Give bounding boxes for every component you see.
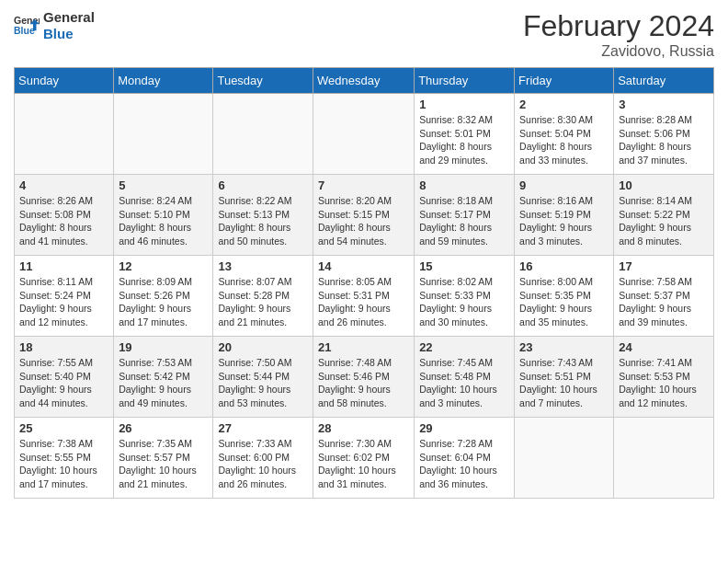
calendar-cell: 23Sunrise: 7:43 AMSunset: 5:51 PMDayligh…: [515, 337, 614, 418]
weekday-header-wednesday: Wednesday: [313, 68, 415, 94]
day-number: 6: [218, 178, 308, 192]
calendar-cell: 7Sunrise: 8:20 AMSunset: 5:15 PMDaylight…: [313, 175, 415, 256]
day-number: 7: [318, 178, 409, 192]
day-number: 27: [218, 421, 308, 435]
day-info: Sunrise: 8:14 AMSunset: 5:22 PMDaylight:…: [619, 194, 709, 248]
calendar-cell: 2Sunrise: 8:30 AMSunset: 5:04 PMDaylight…: [515, 94, 614, 175]
calendar-cell: [515, 418, 614, 499]
day-number: 21: [318, 340, 409, 354]
day-number: 16: [519, 259, 609, 273]
svg-text:Blue: Blue: [14, 25, 35, 36]
day-number: 13: [218, 259, 308, 273]
day-number: 11: [19, 259, 108, 273]
calendar-cell: [313, 94, 415, 175]
calendar-cell: [114, 94, 213, 175]
calendar-cell: 8Sunrise: 8:18 AMSunset: 5:17 PMDaylight…: [415, 175, 515, 256]
day-number: 14: [318, 259, 409, 273]
weekday-header-tuesday: Tuesday: [213, 68, 313, 94]
logo: General Blue General Blue: [14, 9, 95, 42]
calendar-cell: [213, 94, 313, 175]
calendar-cell: [614, 418, 714, 499]
day-info: Sunrise: 8:02 AMSunset: 5:33 PMDaylight:…: [419, 275, 509, 329]
main-container: General Blue General Blue February 2024 …: [0, 0, 728, 508]
day-number: 8: [419, 178, 509, 192]
calendar-cell: 12Sunrise: 8:09 AMSunset: 5:26 PMDayligh…: [114, 256, 213, 337]
calendar-cell: 10Sunrise: 8:14 AMSunset: 5:22 PMDayligh…: [614, 175, 714, 256]
calendar-cell: [15, 94, 114, 175]
calendar-cell: 20Sunrise: 7:50 AMSunset: 5:44 PMDayligh…: [213, 337, 313, 418]
day-number: 10: [619, 178, 709, 192]
calendar-week-row: 18Sunrise: 7:55 AMSunset: 5:40 PMDayligh…: [15, 337, 714, 418]
weekday-header-row: SundayMondayTuesdayWednesdayThursdayFrid…: [15, 68, 714, 94]
day-info: Sunrise: 8:28 AMSunset: 5:06 PMDaylight:…: [619, 113, 709, 167]
calendar-cell: 24Sunrise: 7:41 AMSunset: 5:53 PMDayligh…: [614, 337, 714, 418]
calendar-cell: 9Sunrise: 8:16 AMSunset: 5:19 PMDaylight…: [515, 175, 614, 256]
header: General Blue General Blue February 2024 …: [14, 9, 714, 60]
day-number: 17: [619, 259, 709, 273]
day-info: Sunrise: 7:28 AMSunset: 6:04 PMDaylight:…: [419, 437, 509, 491]
day-number: 29: [419, 421, 509, 435]
calendar-week-row: 25Sunrise: 7:38 AMSunset: 5:55 PMDayligh…: [15, 418, 714, 499]
calendar-cell: 3Sunrise: 8:28 AMSunset: 5:06 PMDaylight…: [614, 94, 714, 175]
calendar-cell: 1Sunrise: 8:32 AMSunset: 5:01 PMDaylight…: [415, 94, 515, 175]
day-number: 2: [519, 98, 609, 111]
day-info: Sunrise: 7:58 AMSunset: 5:37 PMDaylight:…: [619, 275, 709, 329]
calendar-cell: 6Sunrise: 8:22 AMSunset: 5:13 PMDaylight…: [213, 175, 313, 256]
day-number: 25: [19, 421, 108, 435]
day-number: 12: [119, 259, 208, 273]
calendar-cell: 27Sunrise: 7:33 AMSunset: 6:00 PMDayligh…: [213, 418, 313, 499]
day-info: Sunrise: 7:38 AMSunset: 5:55 PMDaylight:…: [19, 437, 108, 491]
day-info: Sunrise: 7:35 AMSunset: 5:57 PMDaylight:…: [119, 437, 208, 491]
calendar-cell: 22Sunrise: 7:45 AMSunset: 5:48 PMDayligh…: [415, 337, 515, 418]
calendar-cell: 19Sunrise: 7:53 AMSunset: 5:42 PMDayligh…: [114, 337, 213, 418]
calendar-cell: 29Sunrise: 7:28 AMSunset: 6:04 PMDayligh…: [415, 418, 515, 499]
day-info: Sunrise: 8:07 AMSunset: 5:28 PMDaylight:…: [218, 275, 308, 329]
calendar-cell: 16Sunrise: 8:00 AMSunset: 5:35 PMDayligh…: [515, 256, 614, 337]
calendar-cell: 11Sunrise: 8:11 AMSunset: 5:24 PMDayligh…: [15, 256, 114, 337]
calendar-cell: 14Sunrise: 8:05 AMSunset: 5:31 PMDayligh…: [313, 256, 415, 337]
day-number: 26: [119, 421, 208, 435]
day-info: Sunrise: 8:00 AMSunset: 5:35 PMDaylight:…: [519, 275, 609, 329]
calendar-table: SundayMondayTuesdayWednesdayThursdayFrid…: [14, 67, 714, 499]
day-info: Sunrise: 7:30 AMSunset: 6:02 PMDaylight:…: [318, 437, 409, 491]
day-info: Sunrise: 8:16 AMSunset: 5:19 PMDaylight:…: [519, 194, 609, 248]
calendar-week-row: 1Sunrise: 8:32 AMSunset: 5:01 PMDaylight…: [15, 94, 714, 175]
day-info: Sunrise: 8:22 AMSunset: 5:13 PMDaylight:…: [218, 194, 308, 248]
calendar-week-row: 11Sunrise: 8:11 AMSunset: 5:24 PMDayligh…: [15, 256, 714, 337]
logo-icon: General Blue: [14, 13, 40, 39]
day-info: Sunrise: 8:26 AMSunset: 5:08 PMDaylight:…: [19, 194, 108, 248]
day-info: Sunrise: 8:18 AMSunset: 5:17 PMDaylight:…: [419, 194, 509, 248]
title-block: February 2024 Zavidovo, Russia: [523, 9, 714, 60]
weekday-header-sunday: Sunday: [15, 68, 114, 94]
day-number: 4: [19, 178, 108, 192]
day-info: Sunrise: 8:30 AMSunset: 5:04 PMDaylight:…: [519, 113, 609, 167]
day-info: Sunrise: 7:41 AMSunset: 5:53 PMDaylight:…: [619, 356, 709, 410]
day-number: 15: [419, 259, 509, 273]
day-number: 18: [19, 340, 108, 354]
day-number: 24: [619, 340, 709, 354]
calendar-cell: 17Sunrise: 7:58 AMSunset: 5:37 PMDayligh…: [614, 256, 714, 337]
day-info: Sunrise: 8:32 AMSunset: 5:01 PMDaylight:…: [419, 113, 509, 167]
day-info: Sunrise: 8:05 AMSunset: 5:31 PMDaylight:…: [318, 275, 409, 329]
weekday-header-friday: Friday: [515, 68, 614, 94]
month-title: February 2024: [523, 9, 714, 43]
day-number: 20: [218, 340, 308, 354]
day-info: Sunrise: 7:33 AMSunset: 6:00 PMDaylight:…: [218, 437, 308, 491]
day-info: Sunrise: 8:11 AMSunset: 5:24 PMDaylight:…: [19, 275, 108, 329]
weekday-header-thursday: Thursday: [415, 68, 515, 94]
day-number: 5: [119, 178, 208, 192]
day-number: 19: [119, 340, 208, 354]
calendar-cell: 25Sunrise: 7:38 AMSunset: 5:55 PMDayligh…: [15, 418, 114, 499]
calendar-cell: 28Sunrise: 7:30 AMSunset: 6:02 PMDayligh…: [313, 418, 415, 499]
day-info: Sunrise: 7:50 AMSunset: 5:44 PMDaylight:…: [218, 356, 308, 410]
day-info: Sunrise: 8:09 AMSunset: 5:26 PMDaylight:…: [119, 275, 208, 329]
calendar-cell: 5Sunrise: 8:24 AMSunset: 5:10 PMDaylight…: [114, 175, 213, 256]
calendar-cell: 13Sunrise: 8:07 AMSunset: 5:28 PMDayligh…: [213, 256, 313, 337]
day-info: Sunrise: 7:48 AMSunset: 5:46 PMDaylight:…: [318, 356, 409, 410]
day-info: Sunrise: 7:53 AMSunset: 5:42 PMDaylight:…: [119, 356, 208, 410]
logo-blue: Blue: [43, 26, 95, 42]
weekday-header-saturday: Saturday: [614, 68, 714, 94]
logo-general: General: [43, 9, 95, 26]
day-info: Sunrise: 8:24 AMSunset: 5:10 PMDaylight:…: [119, 194, 208, 248]
day-number: 22: [419, 340, 509, 354]
